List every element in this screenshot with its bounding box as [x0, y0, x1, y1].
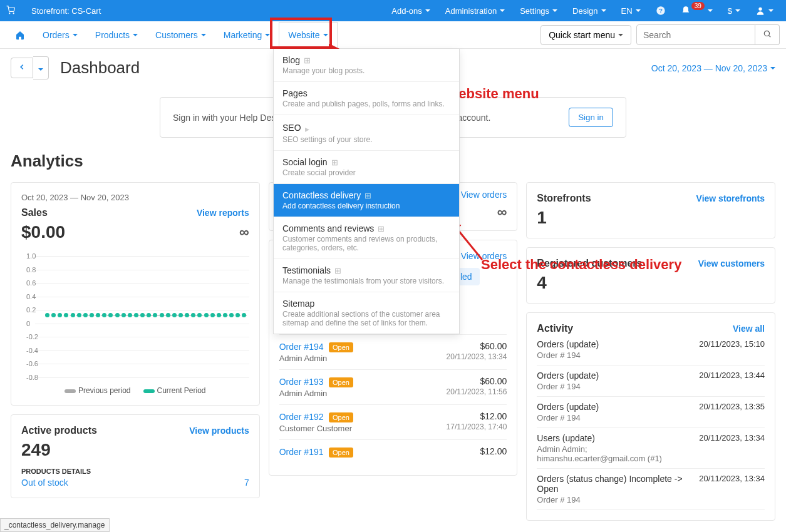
order-id-link[interactable]: Order #191 [279, 447, 324, 457]
products-count: 249 [21, 440, 51, 460]
order-customer: Admin Admin [279, 389, 353, 398]
order-date: 17/11/2023, 17:40 [447, 422, 507, 431]
chart-tick: -0.6 [26, 360, 38, 367]
view-products-link[interactable]: View products [189, 426, 249, 436]
order-status-badge: Open [329, 377, 353, 387]
activity-row: Users (update)Admin Admin; himanshu.ecar… [537, 428, 765, 469]
search-button[interactable] [755, 24, 780, 45]
storefronts-count: 1 [537, 208, 547, 228]
activity-title: Orders (status change) Incomplete -> Ope… [537, 474, 693, 494]
order-row: Order #192 OpenCustomer Customer$12.0017… [279, 404, 507, 439]
dropdown-item-desc: Create additional sections of the custom… [282, 310, 450, 327]
activity-sub: Order # 194 [537, 350, 599, 360]
activity-title: Orders (update) [537, 339, 599, 349]
help-icon[interactable]: ? [649, 1, 672, 21]
activity-title: Orders (update) [537, 402, 599, 412]
view-orders-link-2[interactable]: View orders [461, 251, 507, 261]
storefront-link[interactable]: Storefront: CS-Cart [25, 1, 107, 21]
dropdown-item-title: Contactless delivery [282, 190, 361, 200]
quick-start-button[interactable]: Quick start menu [540, 25, 631, 45]
dropdown-item-social-login[interactable]: Social login ⊞Create social provider [274, 151, 459, 184]
order-price: $12.00 [447, 411, 507, 421]
activity-sub: Order # 194 [537, 413, 599, 422]
notif-badge: 39 [691, 2, 705, 10]
nav-website[interactable]: Website [279, 22, 337, 48]
dropdown-item-seo[interactable]: SEO ▸SEO settings of your store. [274, 115, 459, 151]
view-reports-link[interactable]: View reports [197, 208, 249, 218]
cart-icon[interactable] [6, 6, 15, 16]
dropdown-item-contactless-delivery[interactable]: Contactless delivery ⊞Add contactless de… [274, 184, 459, 217]
chart-tick: 0.8 [26, 266, 36, 274]
order-id-link[interactable]: Order #193 [279, 377, 324, 387]
top-language[interactable]: EN [615, 1, 647, 21]
dropdown-item-desc: Add contactless delivery instruction [282, 202, 450, 210]
dropdown-item-blog[interactable]: Blog ⊞Manage your blog posts. [274, 49, 459, 82]
back-button-dropdown[interactable] [33, 56, 49, 79]
nav-customers[interactable]: Customers [147, 23, 215, 48]
products-title: Active products [21, 425, 97, 436]
top-addons[interactable]: Add-ons [385, 1, 436, 21]
notifications-icon[interactable]: 39 [675, 1, 719, 21]
date-range-picker[interactable]: Oct 20, 2023 — Nov 20, 2023 [651, 63, 775, 73]
chart-tick: 0.6 [26, 279, 36, 287]
puzzle-icon: ⊞ [378, 224, 385, 233]
dropdown-item-title: SEO [282, 123, 301, 133]
infinity-icon-2: ∞ [497, 204, 507, 220]
user-icon[interactable] [749, 1, 780, 21]
out-of-stock-link[interactable]: Out of stock [21, 478, 68, 488]
view-customers-link[interactable]: View customers [698, 258, 765, 269]
order-price: $12.00 [480, 446, 507, 456]
out-of-stock-count[interactable]: 7 [244, 478, 249, 488]
activity-time: 20/11/2023, 13:35 [699, 402, 765, 422]
view-storefronts-link[interactable]: View storefronts [696, 193, 765, 203]
puzzle-icon: ⊞ [304, 56, 311, 65]
statusbar: _contactless_delivery.manage [0, 518, 110, 529]
nav-home[interactable] [6, 23, 34, 48]
search-box [636, 24, 780, 45]
activity-sub: Order # 194 [537, 495, 693, 504]
order-date: 20/11/2023, 13:34 [447, 352, 507, 361]
nav-marketing[interactable]: Marketing [215, 23, 279, 48]
dropdown-item-desc: Manage your blog posts. [282, 66, 450, 75]
dropdown-item-testimonials[interactable]: Testimonials ⊞Manage the testimonials fr… [274, 259, 459, 292]
order-customer: Customer Customer [279, 424, 353, 433]
view-orders-link-1[interactable]: View orders [461, 190, 507, 200]
nav-products[interactable]: Products [86, 23, 147, 48]
top-administration[interactable]: Administration [439, 1, 511, 21]
activity-sub: Order # 194 [537, 382, 599, 391]
chart-tick: 0.2 [26, 306, 36, 314]
dropdown-item-sitemap[interactable]: Sitemap Create additional sections of th… [274, 292, 459, 334]
order-id-link[interactable]: Order #194 [279, 342, 324, 352]
back-button[interactable] [11, 58, 33, 78]
search-input[interactable] [636, 24, 755, 45]
chart-tick: -0.4 [26, 347, 38, 354]
svg-point-1 [13, 13, 14, 13]
order-id-link[interactable]: Order #192 [279, 412, 324, 422]
dropdown-item-pages[interactable]: Pages Create and publish pages, polls, f… [274, 82, 459, 115]
dropdown-item-desc: Create and publish pages, polls, forms a… [282, 100, 450, 108]
registered-count: 4 [537, 273, 547, 293]
dropdown-item-title: Sitemap [282, 299, 314, 309]
puzzle-icon: ⊞ [365, 191, 371, 200]
signin-button[interactable]: Sign in [569, 108, 613, 127]
order-price: $60.00 [447, 376, 507, 386]
dropdown-item-comments-and-reviews[interactable]: Comments and reviews ⊞Customer comments … [274, 217, 459, 259]
dropdown-item-desc: Create social provider [282, 168, 450, 177]
activity-time: 20/11/2023, 13:34 [699, 474, 765, 504]
nav-orders[interactable]: Orders [34, 23, 86, 48]
activity-sub: Admin Admin; himanshu.ecarter@gmail.com … [537, 444, 693, 463]
puzzle-icon: ⊞ [331, 158, 338, 167]
order-customer: Admin Admin [279, 354, 353, 363]
dropdown-item-title: Comments and reviews [282, 223, 374, 233]
svg-point-0 [9, 13, 10, 13]
legend-cur: Current Period [143, 386, 206, 395]
storefronts-title: Storefronts [537, 193, 591, 204]
view-all-link[interactable]: View all [733, 324, 765, 334]
main-nav: Orders Products Customers Marketing Webs… [0, 21, 786, 49]
sales-amount: $0.00 [21, 222, 65, 242]
order-date: 20/11/2023, 11:56 [447, 387, 507, 396]
top-currency[interactable]: $ [721, 1, 747, 21]
sales-chart: 1.00.80.60.40.20-0.2-0.4-0.6-0.8 [21, 251, 249, 382]
top-design[interactable]: Design [566, 1, 612, 21]
top-settings[interactable]: Settings [514, 1, 564, 21]
